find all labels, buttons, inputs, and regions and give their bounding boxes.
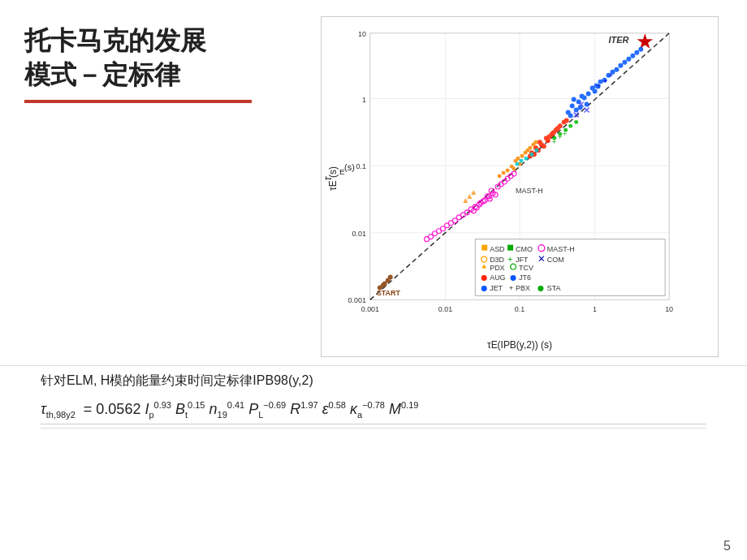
svg-text:+: + <box>509 284 513 292</box>
svg-text:D3D: D3D <box>490 256 504 264</box>
svg-point-112 <box>568 124 572 128</box>
svg-rect-152 <box>481 245 487 251</box>
svg-text:1: 1 <box>593 305 597 313</box>
svg-point-73 <box>498 174 502 179</box>
svg-text:0.1: 0.1 <box>356 162 365 170</box>
slide-title: 托卡马克的发展 模式－定标律 <box>24 24 300 92</box>
svg-text:ASD: ASD <box>490 245 505 253</box>
svg-text:CMO: CMO <box>516 245 533 253</box>
svg-point-27 <box>580 94 585 99</box>
svg-point-117 <box>524 157 528 161</box>
svg-text:1: 1 <box>362 96 366 104</box>
svg-text:τE (s): τE (s) <box>327 166 339 191</box>
svg-point-69 <box>506 169 510 173</box>
svg-text:+: + <box>608 71 613 80</box>
svg-text:PDX: PDX <box>490 264 504 272</box>
chart-svg: ★ ITER START MAST-H <box>322 17 718 356</box>
svg-point-28 <box>574 107 579 112</box>
svg-text:AUG: AUG <box>490 274 505 282</box>
svg-text:COM: COM <box>547 256 564 264</box>
svg-text:0.001: 0.001 <box>361 305 379 313</box>
svg-text:10: 10 <box>665 305 673 313</box>
svg-text:+: + <box>563 129 568 138</box>
svg-point-40 <box>630 54 635 58</box>
svg-point-17 <box>570 103 575 108</box>
svg-text:TCV: TCV <box>519 264 533 272</box>
svg-point-35 <box>614 67 619 72</box>
slide: 托卡马克的发展 模式－定标律 <box>0 0 747 560</box>
svg-text:+: + <box>603 76 608 85</box>
elm-description: 针对ELM, H模的能量约束时间定标律IPB98(y,2) <box>41 373 706 390</box>
svg-text:0.1: 0.1 <box>515 305 525 313</box>
svg-point-42 <box>638 47 643 52</box>
title-underline <box>24 100 252 103</box>
svg-point-177 <box>538 286 543 291</box>
svg-text:0.01: 0.01 <box>352 230 365 238</box>
svg-point-125 <box>381 282 386 287</box>
svg-point-21 <box>586 92 591 97</box>
svg-point-57 <box>555 126 560 131</box>
svg-text:10: 10 <box>358 30 366 38</box>
svg-point-120 <box>534 149 538 153</box>
svg-text:JFT: JFT <box>516 256 529 264</box>
svg-rect-154 <box>507 245 513 251</box>
svg-point-38 <box>622 60 627 65</box>
svg-point-126 <box>388 274 393 279</box>
svg-text:JET: JET <box>490 284 503 292</box>
svg-text:+: + <box>597 81 602 90</box>
svg-text:START: START <box>377 289 401 297</box>
svg-text:PBX: PBX <box>516 284 530 292</box>
svg-text:0.01: 0.01 <box>438 305 452 313</box>
svg-point-70 <box>528 146 532 150</box>
formula-display: τth,98y2 = 0.0562 Ip0.93 Bt0.15 n190.41 … <box>41 401 418 417</box>
svg-point-74 <box>533 140 538 144</box>
formula-area: τth,98y2 = 0.0562 Ip0.93 Bt0.15 n190.41 … <box>41 396 706 424</box>
svg-text:STA: STA <box>547 284 561 292</box>
slide-number: 5 <box>723 539 731 554</box>
svg-point-39 <box>626 57 631 62</box>
svg-point-71 <box>502 171 506 175</box>
svg-text:MAST-H: MAST-H <box>547 245 575 253</box>
svg-point-66 <box>516 157 520 161</box>
svg-point-113 <box>574 120 578 124</box>
svg-point-67 <box>512 167 516 171</box>
svg-text:JT6: JT6 <box>519 274 531 282</box>
svg-text:0.001: 0.001 <box>348 296 366 304</box>
svg-point-173 <box>481 286 487 291</box>
svg-text:MAST-H: MAST-H <box>516 187 543 195</box>
bottom-section: 针对ELM, H模的能量约束时间定标律IPB98(y,2) τth,98y2 =… <box>0 365 747 433</box>
top-section: 托卡马克的发展 模式－定标律 <box>0 0 747 365</box>
svg-point-119 <box>520 159 524 163</box>
svg-point-41 <box>634 50 639 55</box>
svg-point-62 <box>520 154 524 158</box>
svg-point-51 <box>546 138 551 143</box>
svg-point-23 <box>572 97 576 102</box>
svg-point-169 <box>481 275 487 281</box>
svg-text:(s): (s) <box>344 162 355 172</box>
svg-point-37 <box>618 63 623 68</box>
svg-point-121 <box>516 162 520 166</box>
svg-point-171 <box>511 275 516 281</box>
svg-text:+: + <box>507 254 512 264</box>
svg-point-60 <box>564 118 569 123</box>
svg-text:τE(IPB(y,2)) (s): τE(IPB(y,2)) (s) <box>487 339 552 351</box>
svg-point-26 <box>585 102 589 107</box>
svg-text:ITER: ITER <box>608 35 628 45</box>
svg-point-56 <box>551 130 556 135</box>
svg-point-29 <box>568 113 573 118</box>
chart-area: ★ ITER START MAST-H <box>317 16 723 357</box>
svg-point-48 <box>539 142 544 147</box>
svg-point-118 <box>529 153 533 157</box>
scatter-chart: ★ ITER START MAST-H <box>321 16 719 357</box>
title-area: 托卡马克的发展 模式－定标律 <box>24 16 300 357</box>
bottom-line <box>41 428 706 429</box>
svg-text:+: + <box>552 137 557 146</box>
